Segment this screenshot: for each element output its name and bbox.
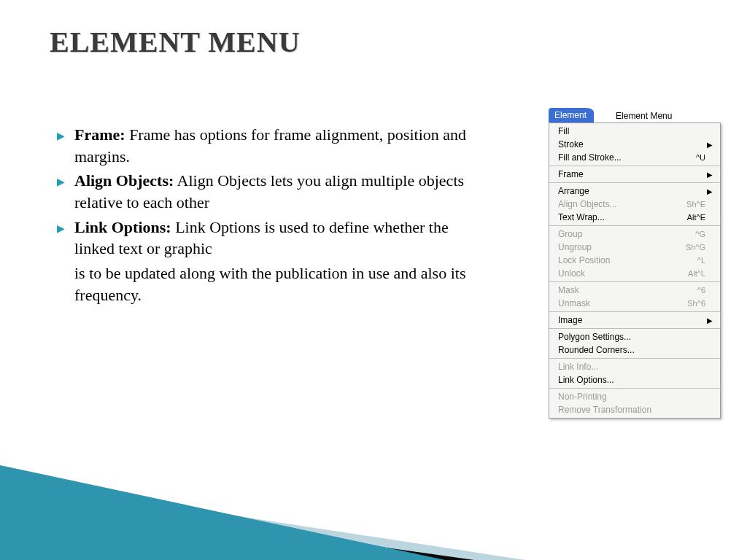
menu-item-label: Arrange <box>558 186 669 196</box>
menu-item-mask: Mask^6 <box>549 284 720 297</box>
bullet-content: Link Options: Link Options is used to de… <box>74 217 484 260</box>
menu-item-fill-and-stroke[interactable]: Fill and Stroke...^U <box>549 151 720 164</box>
menu-item-label: Fill and Stroke... <box>558 152 669 163</box>
menu-item-rounded-corners[interactable]: Rounded Corners... <box>549 343 720 357</box>
menu-item-image[interactable]: Image▶ <box>549 314 720 327</box>
menu-item-frame[interactable]: Frame▶ <box>549 168 720 181</box>
menu-item-shortcut: ^U <box>669 153 705 162</box>
menu-item-label: Unlock <box>558 268 669 279</box>
menu-item-link-options[interactable]: Link Options... <box>549 373 720 386</box>
menu-item-label: Rounded Corners... <box>558 345 669 355</box>
bullet-label: Align Objects: <box>74 171 174 190</box>
menu-panel: FillStroke▶Fill and Stroke...^UFrame▶Arr… <box>549 122 721 419</box>
menu-item-label: Non-Printing <box>558 392 669 402</box>
svg-marker-2 <box>0 465 445 560</box>
menu-tab-row: Element Element Menu <box>549 106 738 122</box>
menu-item-unmask: UnmaskSh^6 <box>549 297 720 310</box>
submenu-arrow-icon: ▶ <box>705 316 713 324</box>
menu-item-fill[interactable]: Fill <box>549 125 720 138</box>
menu-item-label: Remove Transformation <box>558 405 669 415</box>
menu-group: Image▶ <box>549 312 720 329</box>
menu-item-label: Frame <box>558 169 669 179</box>
menu-item-label: Group <box>558 229 669 239</box>
bullet-item: ▶ Frame: Frame has options for frame ali… <box>57 124 484 167</box>
menu-item-text-wrap[interactable]: Text Wrap...Alt^E <box>549 211 720 224</box>
menu-group: Link Info...Link Options... <box>549 359 720 389</box>
menu-item-shortcut: ^L <box>669 256 705 265</box>
menu-item-shortcut: Sh^6 <box>669 299 705 308</box>
menu-item-ungroup: UngroupSh^G <box>549 241 720 254</box>
bullet-arrow-icon: ▶ <box>57 130 67 144</box>
decorative-wedge <box>0 421 525 560</box>
menu-group: Polygon Settings...Rounded Corners... <box>549 329 720 359</box>
menu-item-label: Unmask <box>558 298 669 308</box>
menu-group: Non-PrintingRemove Transformation <box>549 389 720 418</box>
menu-item-label: Ungroup <box>558 242 669 252</box>
menu-item-label: Lock Position <box>558 255 669 265</box>
slide-title: ELEMENT MENU <box>50 25 301 59</box>
menu-caption: Element Menu <box>616 111 672 122</box>
menu-item-unlock: UnlockAlt^L <box>549 267 720 280</box>
menu-item-shortcut: ^G <box>669 230 705 238</box>
submenu-arrow-icon: ▶ <box>705 171 713 179</box>
menu-group: Mask^6UnmaskSh^6 <box>549 282 720 312</box>
menu-group: Group^GUngroupSh^GLock Position^LUnlockA… <box>549 226 720 282</box>
body-text: ▶ Frame: Frame has options for frame ali… <box>57 124 484 306</box>
menu-item-shortcut: ^6 <box>669 286 705 295</box>
menu-item-stroke[interactable]: Stroke▶ <box>549 138 720 151</box>
menu-item-shortcut: Sh^G <box>669 243 705 252</box>
bullet-item: ▶ Link Options: Link Options is used to … <box>57 217 484 260</box>
menu-item-shortcut: Sh^E <box>669 200 705 209</box>
menu-item-shortcut: Alt^E <box>669 213 705 222</box>
bullet-content: Frame: Frame has options for frame align… <box>74 124 484 167</box>
menu-item-align-objects: Align Objects...Sh^E <box>549 198 720 211</box>
continuation-text: is to be updated along with the publicat… <box>74 262 484 306</box>
menu-item-label: Link Options... <box>558 375 669 385</box>
menu-group: FillStroke▶Fill and Stroke...^U <box>549 123 720 166</box>
menu-item-polygon-settings[interactable]: Polygon Settings... <box>549 330 720 343</box>
menu-item-label: Polygon Settings... <box>558 332 669 342</box>
menu-item-label: Mask <box>558 285 669 295</box>
bullet-content: Align Objects: Align Objects lets you al… <box>74 170 484 213</box>
bullet-arrow-icon: ▶ <box>57 222 67 236</box>
menu-item-label: Text Wrap... <box>558 212 669 222</box>
bullet-arrow-icon: ▶ <box>57 176 67 190</box>
element-menu-screenshot: Element Element Menu FillStroke▶Fill and… <box>549 106 738 419</box>
bullet-text: Frame has options for frame alignment, p… <box>74 125 466 166</box>
menu-group: Frame▶ <box>549 166 720 183</box>
bullet-label: Link Options: <box>74 218 171 236</box>
menu-item-lock-position: Lock Position^L <box>549 254 720 267</box>
menu-tab-element[interactable]: Element <box>549 108 594 122</box>
submenu-arrow-icon: ▶ <box>705 187 713 195</box>
menu-item-label: Link Info... <box>558 362 669 372</box>
menu-item-label: Fill <box>558 126 669 136</box>
menu-item-group: Group^G <box>549 228 720 241</box>
menu-item-label: Align Objects... <box>558 199 669 209</box>
menu-group: Arrange▶Align Objects...Sh^EText Wrap...… <box>549 183 720 226</box>
menu-item-label: Stroke <box>558 139 669 149</box>
menu-item-shortcut: Alt^L <box>669 269 705 278</box>
submenu-arrow-icon: ▶ <box>705 141 713 149</box>
menu-item-arrange[interactable]: Arrange▶ <box>549 184 720 198</box>
bullet-item: ▶ Align Objects: Align Objects lets you … <box>57 170 484 213</box>
bullet-label: Frame: <box>74 125 125 144</box>
menu-item-label: Image <box>558 315 669 325</box>
menu-item-non-printing: Non-Printing <box>549 390 720 403</box>
menu-item-remove-transformation: Remove Transformation <box>549 403 720 416</box>
menu-item-link-info: Link Info... <box>549 360 720 373</box>
